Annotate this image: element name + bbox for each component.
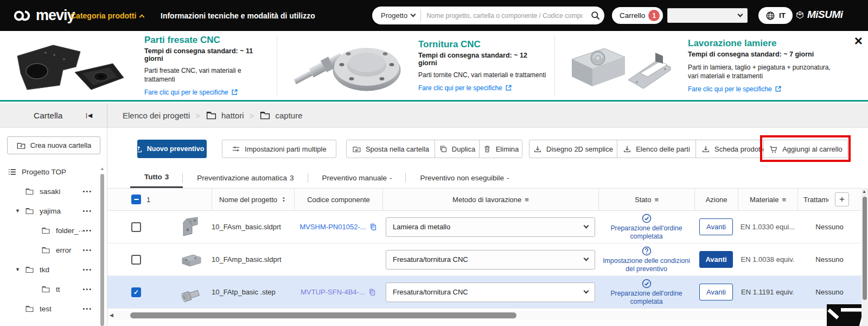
tab-all[interactable]: Tutto3 — [130, 167, 183, 188]
account-dropdown[interactable] — [667, 8, 748, 23]
misumi-logo[interactable]: MiSUMi — [795, 9, 843, 21]
select-all-checkbox[interactable] — [131, 195, 141, 204]
folder-icon — [25, 187, 34, 196]
folder-more-button[interactable]: ••• — [82, 305, 92, 312]
create-folder-button[interactable]: Crea nuova cartella — [7, 136, 100, 154]
add-column-button[interactable]: + — [835, 192, 849, 206]
cnc-milled-parts-image — [11, 35, 130, 96]
chevron-down-icon — [584, 256, 589, 261]
download-icon — [701, 145, 710, 153]
method-select[interactable]: Lamiera di metallo — [386, 217, 595, 237]
row-checkbox[interactable] — [131, 255, 141, 265]
scroll-up-arrow[interactable]: ▲ — [862, 189, 866, 194]
folder-more-button[interactable]: ••• — [82, 188, 92, 195]
scrollbar-thumb[interactable] — [100, 174, 104, 326]
breadcrumb-folder-capture[interactable]: capture — [259, 110, 302, 121]
header-material: Materiale ≡ — [738, 189, 797, 210]
filter-icon[interactable]: ≡ — [782, 196, 786, 204]
tab-not-quotable[interactable]: Preventivo non eseguibile- — [406, 167, 523, 188]
folder-icon — [25, 265, 34, 274]
simple-2d-drawing-button[interactable]: Disegno 2D semplice — [529, 140, 617, 158]
method-select[interactable]: Fresatura/tornitura CNC — [386, 283, 595, 302]
method-select[interactable]: Fresatura/tornitura CNC — [386, 250, 595, 269]
sidebar-item-yajima[interactable]: ▼ yajima ••• — [0, 201, 100, 221]
folder-more-button[interactable]: ••• — [82, 247, 92, 253]
language-selector[interactable]: IT — [758, 7, 793, 24]
filter-icon[interactable]: ≡ — [654, 196, 659, 204]
scroll-up-arrow[interactable]: ▲ — [100, 166, 105, 171]
filter-icon[interactable]: ≡ — [525, 196, 529, 204]
breadcrumb: Elenco dei progetti > hattori > capture — [123, 103, 303, 128]
header-thumbnail-cell — [171, 189, 212, 210]
component-code-link[interactable]: MVSHM-PN01052-... — [299, 223, 376, 231]
row-checkbox[interactable] — [131, 222, 141, 232]
sheet-metal-parts-image — [564, 35, 678, 96]
header-name: Nome del progetto — [212, 189, 294, 210]
tab-manual-quote[interactable]: Preventivo manuale- — [308, 167, 406, 188]
folder-more-button[interactable]: ••• — [82, 208, 92, 214]
sidebar-scrollbar[interactable]: ▲ — [100, 166, 105, 326]
copy-code-icon[interactable] — [369, 223, 377, 231]
scrollbar-thumb[interactable] — [863, 197, 867, 300]
treatment-value: Nessuno — [797, 243, 861, 275]
external-link-icon — [775, 85, 782, 92]
next-button[interactable]: Avanti — [699, 251, 733, 268]
tab-automatic-quote[interactable]: Preventivazione automatica3 — [183, 167, 308, 188]
breadcrumb-projects-root[interactable]: Elenco dei progetti — [123, 111, 190, 120]
header-component-code: Codice componente — [294, 189, 382, 210]
component-code-link[interactable]: MVTUP-SFN-4B4-... — [301, 288, 375, 296]
row-checkbox[interactable]: ✓ — [131, 287, 141, 297]
cart-button[interactable]: Carrello 1 — [612, 7, 663, 24]
scroll-left-arrow[interactable]: ◀ — [110, 312, 113, 318]
horizontal-scrollbar[interactable]: ◀ ▶ — [107, 311, 861, 320]
sidebar-item-test[interactable]: test ••• — [0, 299, 100, 318]
floating-cart-button[interactable] — [827, 304, 861, 326]
nav-technical-info[interactable]: Informazioni tecniche e modalità di util… — [161, 0, 315, 31]
next-button[interactable]: Avanti — [699, 284, 733, 300]
sidebar-item-error[interactable]: error ••• — [0, 240, 100, 260]
move-to-folder-button[interactable]: Sposta nella cartella — [346, 140, 435, 158]
promo-banner: Parti fresate CNC Tempi di consegna stan… — [0, 31, 868, 102]
part-thumbnail — [171, 243, 212, 275]
breadcrumb-folder-hattori[interactable]: hattori — [206, 110, 244, 121]
multi-part-settings-button[interactable]: Impostazioni parti multiple — [222, 140, 336, 158]
sidebar-collapse-button[interactable]: |◀ — [86, 112, 93, 119]
sidebar-item-sasaki[interactable]: sasaki ••• — [0, 181, 100, 201]
tree-expand-caret[interactable]: ▼ — [15, 267, 20, 272]
copy-code-icon[interactable] — [368, 288, 376, 296]
table-row-selected: ✓ 10_FAtp_basic .step MVTUP-SFN-4B4-... … — [107, 276, 861, 309]
misumi-cube-icon — [795, 10, 805, 20]
delete-button[interactable]: Elimina — [479, 140, 522, 158]
folder-more-button[interactable]: ••• — [82, 266, 92, 273]
new-quote-button[interactable]: Nuovo preventivo — [137, 140, 207, 158]
tree-expand-caret[interactable]: ▼ — [15, 208, 20, 214]
search-input[interactable] — [421, 12, 586, 20]
top-navigation-bar: meviy Categoria prodotti Informazioni te… — [0, 0, 868, 31]
banner-spec-link[interactable]: Fare clic qui per le specifiche — [688, 85, 835, 93]
divider — [277, 35, 277, 96]
scrollbar-thumb[interactable] — [130, 312, 516, 318]
folder-more-button[interactable]: ••• — [82, 286, 92, 292]
sidebar-item-tkd[interactable]: ▼ tkd ••• — [0, 260, 100, 279]
meviy-logo[interactable]: meviy — [13, 7, 75, 24]
vertical-scrollbar[interactable]: ▲ — [861, 188, 868, 326]
nav-product-category[interactable]: Categoria prodotti — [71, 0, 144, 31]
sidebar-item-project-top[interactable]: Progetto TOP — [0, 162, 100, 181]
search-scope-dropdown[interactable]: Progetto — [372, 7, 420, 24]
folder-more-button[interactable]: ••• — [82, 227, 92, 234]
upload-icon — [137, 145, 143, 153]
sort-icon[interactable] — [280, 196, 287, 203]
list-icon — [8, 167, 17, 177]
add-to-cart-button[interactable]: Aggiungi al carrello — [763, 140, 848, 158]
parts-list-button[interactable]: Elenco delle parti — [617, 140, 696, 158]
product-sheet-button[interactable]: Scheda prodotto — [695, 140, 764, 158]
banner-spec-link[interactable]: Fare clic qui per le specifiche — [418, 84, 548, 92]
search-button[interactable] — [586, 7, 604, 24]
banner-close-button[interactable]: × — [854, 34, 863, 48]
next-button[interactable]: Avanti — [699, 218, 733, 235]
banner-spec-link[interactable]: Fare clic qui per le specifiche — [144, 89, 271, 96]
duplicate-button[interactable]: Duplica — [435, 140, 480, 158]
sidebar-item-tt[interactable]: tt ••• — [0, 279, 100, 299]
sidebar-item-folder[interactable]: folder_··· ••• — [0, 221, 100, 240]
sliders-icon — [232, 145, 240, 153]
